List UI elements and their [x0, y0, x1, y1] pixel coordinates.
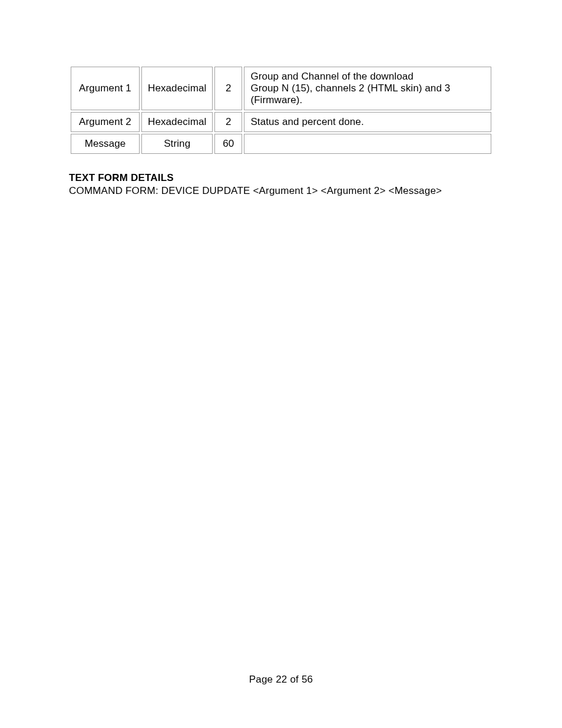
- arg-name-cell: Message: [71, 134, 140, 154]
- arg-type-cell: Hexadecimal: [141, 112, 213, 132]
- arg-size-cell: 2: [214, 67, 242, 110]
- arg-size-cell: 60: [214, 134, 242, 154]
- arg-size-cell: 2: [214, 112, 242, 132]
- arg-desc-cell: [244, 134, 491, 154]
- section-title: TEXT FORM DETAILS: [69, 172, 493, 184]
- arg-type-cell: Hexadecimal: [141, 67, 213, 110]
- argument-table: Argument 1 Hexadecimal 2 Group and Chann…: [69, 65, 493, 156]
- table-row: Message String 60: [71, 134, 491, 154]
- table-row: Argument 2 Hexadecimal 2 Status and perc…: [71, 112, 491, 132]
- table-row: Argument 1 Hexadecimal 2 Group and Chann…: [71, 67, 491, 110]
- document-page: Argument 1 Hexadecimal 2 Group and Chann…: [0, 0, 562, 728]
- arg-name-cell: Argument 1: [71, 67, 140, 110]
- arg-type-cell: String: [141, 134, 213, 154]
- command-form-text: COMMAND FORM: DEVICE DUPDATE <Argument 1…: [69, 185, 493, 197]
- arg-desc-cell: Status and percent done.: [244, 112, 491, 132]
- page-footer: Page 22 of 56: [0, 674, 562, 686]
- arg-desc-cell: Group and Channel of the download Group …: [244, 67, 491, 110]
- arg-name-cell: Argument 2: [71, 112, 140, 132]
